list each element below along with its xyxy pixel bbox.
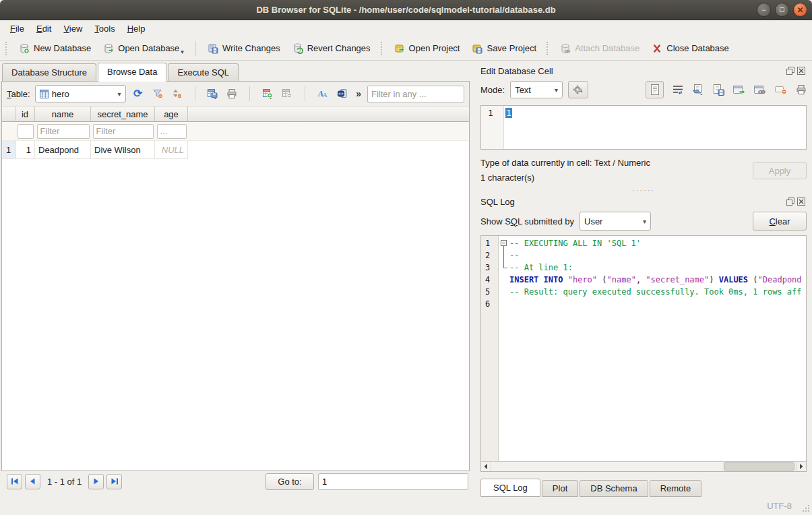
export-table-icon [207, 88, 218, 99]
table-row[interactable]: 1 1 Deadpond Dive Wilson NULL [2, 141, 469, 159]
column-header-name[interactable]: name [35, 107, 91, 122]
filter-input-age[interactable] [157, 124, 187, 139]
table-select[interactable]: hero ▾ [35, 85, 126, 102]
svg-text:A: A [323, 92, 327, 98]
toolbar-separator [195, 41, 196, 56]
sql-log-dock-title: SQL Log [480, 197, 786, 207]
float-dock-icon[interactable] [786, 198, 794, 206]
filter-any-input[interactable] [367, 86, 464, 102]
first-page-button[interactable] [7, 474, 22, 489]
clear-sorting-button[interactable] [170, 86, 185, 102]
menu-help[interactable]: Help [121, 22, 152, 36]
open-project-button[interactable]: Open Project [388, 40, 466, 57]
refresh-button[interactable]: ⟳ [131, 86, 146, 102]
toolbar-overflow-icon[interactable]: » [356, 88, 361, 99]
font-settings-button[interactable]: AA [315, 86, 330, 102]
close-dock-icon[interactable] [797, 67, 805, 75]
tab-browse-data[interactable]: Browse Data [98, 63, 166, 82]
mode-select[interactable]: Text ▾ [510, 81, 563, 98]
tab-db-schema[interactable]: DB Schema [580, 480, 648, 497]
left-pane: Database Structure Browse Data Execute S… [0, 61, 475, 497]
scroll-left-icon[interactable] [481, 462, 491, 471]
menu-view[interactable]: View [57, 22, 88, 36]
edit-cell-icons [646, 81, 807, 98]
menu-edit[interactable]: Edit [30, 22, 57, 36]
dropdown-caret-icon[interactable]: ▾ [181, 49, 184, 55]
tab-plot[interactable]: Plot [542, 480, 578, 497]
maximize-button[interactable] [775, 3, 789, 17]
menu-file[interactable]: File [4, 22, 30, 36]
cell-id[interactable]: 1 [15, 141, 35, 159]
clear-filters-button[interactable] [150, 86, 165, 102]
column-header-filler [188, 107, 469, 122]
revert-changes-button[interactable]: Revert Changes [286, 40, 377, 57]
link-icon[interactable] [754, 85, 766, 95]
import-icon[interactable] [692, 84, 704, 96]
word-wrap-icon[interactable] [673, 84, 683, 95]
insert-record-button[interactable] [260, 86, 275, 102]
filter-input-name[interactable] [37, 124, 90, 139]
next-page-button[interactable] [88, 474, 104, 489]
edit-cell-dock-title: Edit Database Cell [480, 66, 786, 76]
sql-source-select[interactable]: User ▾ [580, 212, 651, 231]
open-project-icon [394, 43, 405, 54]
previous-page-button[interactable] [25, 474, 40, 489]
float-dock-icon[interactable] [786, 67, 794, 75]
minimize-button[interactable]: − [757, 3, 771, 17]
menu-tools[interactable]: Tools [88, 22, 121, 36]
dock-splitter[interactable]: ······ [480, 185, 807, 194]
save-project-button[interactable]: Save Project [466, 40, 542, 57]
tab-sql-log[interactable]: SQL Log [480, 479, 540, 497]
row-number[interactable]: 1 [2, 141, 15, 159]
close-button[interactable]: ✕ [793, 3, 807, 17]
tab-database-structure[interactable]: Database Structure [2, 63, 96, 81]
log-horizontal-scrollbar[interactable] [481, 461, 806, 471]
sql-log-body[interactable]: 1 2 3 4 5 6 -- EXECUTING ALL IN 'SQL 1' … [481, 236, 806, 461]
set-null-icon[interactable] [775, 85, 787, 95]
scrollbar-track[interactable] [491, 462, 796, 471]
column-header-id[interactable]: id [15, 107, 35, 122]
new-database-button[interactable]: New Database [13, 40, 97, 57]
filter-input-secret-name[interactable] [93, 124, 154, 139]
clear-log-button[interactable]: Clear [753, 212, 807, 231]
tab-remote[interactable]: Remote [650, 480, 702, 497]
attach-database-button: Attach Database [554, 40, 646, 57]
write-changes-button[interactable]: Write Changes [201, 40, 286, 57]
filter-input-id[interactable] [18, 124, 34, 139]
column-header-age[interactable]: age [155, 107, 188, 122]
scroll-right-icon[interactable] [796, 462, 806, 471]
cell-editor-body[interactable]: 1 [504, 106, 806, 149]
apply-cell-icon[interactable] [733, 85, 745, 95]
print-icon[interactable] [796, 84, 807, 95]
toolbar-separator [195, 86, 195, 101]
column-header-secret-name[interactable]: secret_name [91, 107, 155, 122]
filter-row-corner [2, 122, 15, 140]
find-in-cells-button[interactable] [335, 86, 350, 102]
print-table-button[interactable] [224, 86, 239, 102]
menubar: File Edit View Tools Help [0, 20, 812, 36]
cell-info-row: Type of data currently in cell: Text / N… [480, 156, 807, 185]
browse-data-frame: Table: hero ▾ ⟳ [1, 81, 470, 471]
tab-execute-sql[interactable]: Execute SQL [168, 63, 239, 81]
goto-input[interactable] [318, 473, 468, 490]
close-dock-icon[interactable] [797, 198, 805, 206]
cell-name[interactable]: Deadpond [35, 141, 91, 159]
cell-secret-name[interactable]: Dive Wilson [91, 141, 155, 159]
fold-marker-icon[interactable] [499, 237, 509, 249]
text-document-button[interactable] [646, 81, 664, 98]
cell-age[interactable]: NULL [155, 141, 188, 159]
export-icon[interactable] [713, 84, 724, 96]
open-database-button[interactable]: Open Database ▾ [97, 40, 190, 57]
last-page-button[interactable] [106, 474, 122, 489]
goto-button[interactable]: Go to: [266, 473, 314, 490]
close-database-button[interactable]: Close Database [646, 40, 735, 57]
cell-editor[interactable]: 1 1 [480, 105, 807, 150]
resize-grip[interactable] [802, 504, 810, 512]
toolbar-separator [305, 86, 305, 101]
auto-mode-button[interactable] [568, 81, 588, 98]
scrollbar-thumb[interactable] [724, 462, 794, 471]
goto-group: Go to: [266, 473, 468, 490]
print-icon [226, 88, 237, 99]
export-table-button[interactable] [205, 86, 220, 102]
toolbar-handle [5, 42, 9, 55]
